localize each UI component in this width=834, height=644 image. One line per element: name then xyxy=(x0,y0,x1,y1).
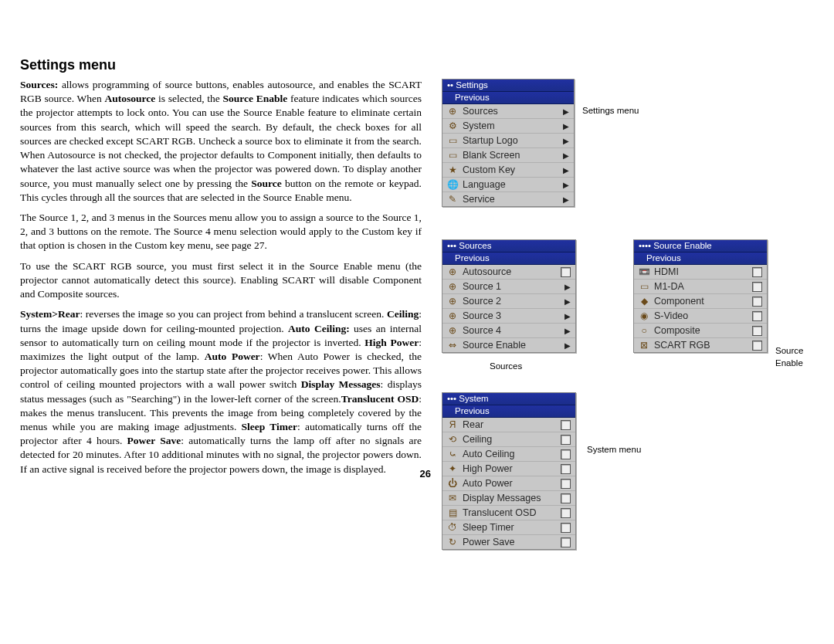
sourceEnable-item-5-checkbox[interactable] xyxy=(752,341,762,351)
sourceEnable-item-4-icon: ○ xyxy=(637,324,651,337)
sourceEnable-item-2-checkbox[interactable] xyxy=(752,297,762,307)
system-previous[interactable]: Previous xyxy=(442,405,575,418)
chevron-right-icon: ▶ xyxy=(560,327,571,335)
sources-item-0-label: Autosource xyxy=(463,266,511,277)
system-item-4[interactable]: ⏻Auto Power xyxy=(442,476,575,491)
system-item-1-checkbox[interactable] xyxy=(561,435,571,445)
sources-item-1[interactable]: ⊕Source 1▶ xyxy=(442,280,575,294)
chevron-right-icon: ▶ xyxy=(558,166,569,175)
settings-item-3-label: Blank Screen xyxy=(463,150,520,161)
settings-item-0-icon: ⊕ xyxy=(446,105,459,117)
sourceEnable-item-4-label: Composite xyxy=(654,325,700,336)
system-item-0-label: Rear xyxy=(463,419,483,430)
settings-item-0[interactable]: ⊕Sources▶ xyxy=(442,104,574,119)
sources-item-3[interactable]: ⊕Source 3▶ xyxy=(442,309,575,324)
settings-item-6-icon: ✎ xyxy=(446,193,459,205)
sourceEnable-item-1-checkbox[interactable] xyxy=(752,282,762,292)
system-item-6-icon: ▤ xyxy=(446,507,459,519)
system-item-2-icon: ⤿ xyxy=(446,448,459,460)
figure-column: •• SettingsPrevious⊕Sources▶⚙System▶▭Sta… xyxy=(436,57,810,483)
system-item-0-checkbox[interactable] xyxy=(561,420,571,430)
system-item-1[interactable]: ⟲Ceiling xyxy=(442,432,575,447)
system-item-7[interactable]: ⏱Sleep Timer xyxy=(442,520,575,535)
system-item-7-checkbox[interactable] xyxy=(561,523,571,533)
chevron-right-icon: ▶ xyxy=(560,312,571,320)
settings-item-1[interactable]: ⚙System▶ xyxy=(442,119,574,134)
system-item-6-label: Translucent OSD xyxy=(463,507,536,518)
system-item-0[interactable]: ЯRear xyxy=(442,418,575,432)
system-item-6[interactable]: ▤Translucent OSD xyxy=(442,506,575,520)
sourceEnable-item-1-label: M1-DA xyxy=(654,281,684,292)
system-item-3-label: High Power xyxy=(463,463,513,474)
caption-source-enable-1: Source xyxy=(775,346,803,355)
system-item-8[interactable]: ↻Power Save xyxy=(442,535,575,549)
system-item-5-label: Display Messages xyxy=(463,493,541,503)
sources-previous[interactable]: Previous xyxy=(442,253,575,265)
sourceEnable-item-4[interactable]: ○Composite xyxy=(634,324,767,338)
page-number: 26 xyxy=(420,467,431,481)
sourceEnable-item-0-icon: 📼 xyxy=(637,266,651,278)
menu-settings: •• SettingsPrevious⊕Sources▶⚙System▶▭Sta… xyxy=(442,79,575,207)
system-item-0-icon: Я xyxy=(446,419,459,431)
sourceEnable-item-5-icon: ⊠ xyxy=(637,339,651,351)
text-column: Settings menu Sources: allows programmin… xyxy=(20,57,422,483)
paragraph-sources: Sources: allows programming of source bu… xyxy=(20,78,422,205)
sources-item-5[interactable]: ⇔Source Enable▶ xyxy=(442,338,575,352)
system-item-5[interactable]: ✉Display Messages xyxy=(442,491,575,506)
sourceEnable-item-3[interactable]: ◉S-Video xyxy=(634,309,767,324)
sourceEnable-item-2[interactable]: ◆Component xyxy=(634,294,767,309)
system-item-3-icon: ✦ xyxy=(446,463,459,475)
sourceEnable-item-0[interactable]: 📼HDMI xyxy=(634,265,767,280)
sources-item-4[interactable]: ⊕Source 4▶ xyxy=(442,324,575,338)
caption-settings-menu: Settings menu xyxy=(582,106,639,115)
system-item-1-icon: ⟲ xyxy=(446,433,459,446)
menu-sources: ••• SourcesPrevious⊕Autosource⊕Source 1▶… xyxy=(442,239,576,353)
system-item-8-label: Power Save xyxy=(463,537,514,547)
settings-item-2[interactable]: ▭Startup Logo▶ xyxy=(442,134,574,148)
system-item-3-checkbox[interactable] xyxy=(561,464,571,474)
settings-item-1-icon: ⚙ xyxy=(446,120,459,132)
system-item-2-label: Auto Ceiling xyxy=(463,449,514,459)
settings-item-6[interactable]: ✎Service▶ xyxy=(442,192,574,206)
system-item-8-icon: ↻ xyxy=(446,536,459,548)
system-item-5-checkbox[interactable] xyxy=(561,493,571,503)
sourceEnable-previous[interactable]: Previous xyxy=(634,253,767,265)
sourceEnable-item-1[interactable]: ▭M1-DA xyxy=(634,280,767,294)
system-item-3[interactable]: ✦High Power xyxy=(442,462,575,476)
sourceEnable-title: •••• Source Enable xyxy=(634,240,767,253)
system-item-2[interactable]: ⤿Auto Ceiling xyxy=(442,447,575,462)
system-item-2-checkbox[interactable] xyxy=(561,449,571,459)
sources-item-4-label: Source 4 xyxy=(463,325,501,336)
sources-item-2-icon: ⊕ xyxy=(446,295,459,307)
sources-item-2[interactable]: ⊕Source 2▶ xyxy=(442,294,575,309)
sourceEnable-item-4-checkbox[interactable] xyxy=(752,326,762,336)
chevron-right-icon: ▶ xyxy=(560,283,571,291)
settings-item-4-label: Custom Key xyxy=(463,164,515,175)
settings-item-5[interactable]: 🌐Language▶ xyxy=(442,178,574,192)
sourceEnable-item-5[interactable]: ⊠SCART RGB xyxy=(634,338,767,352)
sources-item-0[interactable]: ⊕Autosource xyxy=(442,265,575,280)
settings-item-5-label: Language xyxy=(463,179,506,190)
sourceEnable-item-3-icon: ◉ xyxy=(637,310,651,322)
bold-sources: Sources: xyxy=(20,79,58,90)
settings-item-4[interactable]: ★Custom Key▶ xyxy=(442,163,574,178)
chevron-right-icon: ▶ xyxy=(560,341,571,350)
sourceEnable-item-2-icon: ◆ xyxy=(637,295,651,307)
settings-item-3[interactable]: ▭Blank Screen▶ xyxy=(442,148,574,163)
settings-previous[interactable]: Previous xyxy=(442,92,574,104)
system-item-6-checkbox[interactable] xyxy=(561,508,571,518)
sources-item-0-checkbox[interactable] xyxy=(561,267,571,277)
sources-title: ••• Sources xyxy=(442,240,575,253)
system-title: ••• System xyxy=(442,393,575,405)
settings-item-1-label: System xyxy=(463,120,495,131)
settings-item-6-label: Service xyxy=(463,194,495,205)
system-item-4-checkbox[interactable] xyxy=(561,479,571,489)
settings-title: •• Settings xyxy=(442,80,574,92)
settings-item-5-icon: 🌐 xyxy=(446,178,459,191)
sourceEnable-item-3-checkbox[interactable] xyxy=(752,311,762,321)
sourceEnable-item-1-icon: ▭ xyxy=(637,280,651,293)
sourceEnable-item-0-checkbox[interactable] xyxy=(752,267,762,277)
chevron-right-icon: ▶ xyxy=(560,297,571,306)
sources-item-3-icon: ⊕ xyxy=(446,310,459,322)
system-item-8-checkbox[interactable] xyxy=(561,537,571,547)
